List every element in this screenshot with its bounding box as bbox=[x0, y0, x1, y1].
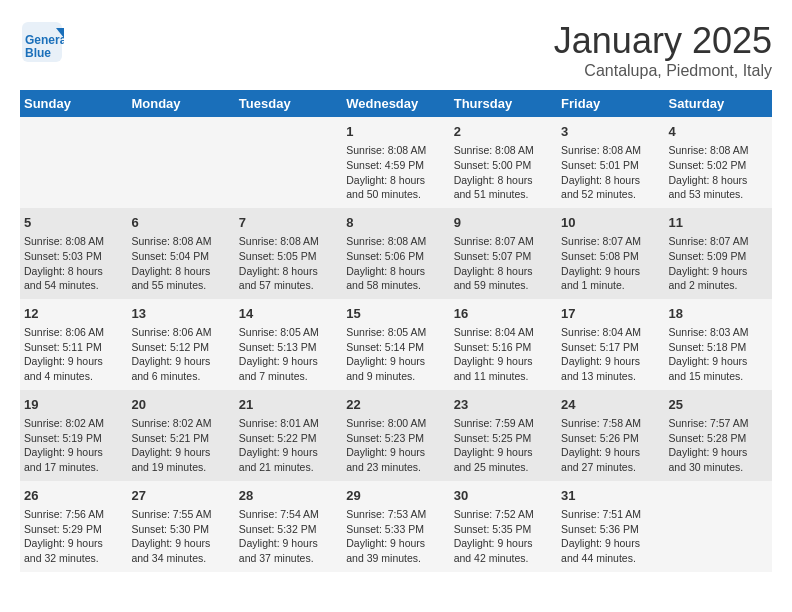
calendar-day-15: 15Sunrise: 8:05 AM Sunset: 5:14 PM Dayli… bbox=[342, 299, 449, 390]
day-info: Sunrise: 8:04 AM Sunset: 5:17 PM Dayligh… bbox=[561, 325, 660, 384]
day-info: Sunrise: 7:58 AM Sunset: 5:26 PM Dayligh… bbox=[561, 416, 660, 475]
calendar-day-empty bbox=[127, 117, 234, 208]
day-info: Sunrise: 7:54 AM Sunset: 5:32 PM Dayligh… bbox=[239, 507, 338, 566]
day-number: 27 bbox=[131, 487, 230, 505]
day-info: Sunrise: 8:07 AM Sunset: 5:08 PM Dayligh… bbox=[561, 234, 660, 293]
weekday-header-thursday: Thursday bbox=[450, 90, 557, 117]
day-number: 4 bbox=[669, 123, 768, 141]
day-number: 26 bbox=[24, 487, 123, 505]
day-number: 15 bbox=[346, 305, 445, 323]
day-info: Sunrise: 7:51 AM Sunset: 5:36 PM Dayligh… bbox=[561, 507, 660, 566]
day-number: 31 bbox=[561, 487, 660, 505]
calendar-week-row: 1Sunrise: 8:08 AM Sunset: 4:59 PM Daylig… bbox=[20, 117, 772, 208]
calendar-day-empty bbox=[235, 117, 342, 208]
day-info: Sunrise: 7:53 AM Sunset: 5:33 PM Dayligh… bbox=[346, 507, 445, 566]
day-number: 2 bbox=[454, 123, 553, 141]
day-info: Sunrise: 8:01 AM Sunset: 5:22 PM Dayligh… bbox=[239, 416, 338, 475]
calendar-day-21: 21Sunrise: 8:01 AM Sunset: 5:22 PM Dayli… bbox=[235, 390, 342, 481]
day-number: 14 bbox=[239, 305, 338, 323]
day-number: 3 bbox=[561, 123, 660, 141]
page-header: General Blue January 2025 Cantalupa, Pie… bbox=[20, 20, 772, 80]
calendar-day-19: 19Sunrise: 8:02 AM Sunset: 5:19 PM Dayli… bbox=[20, 390, 127, 481]
day-info: Sunrise: 8:02 AM Sunset: 5:19 PM Dayligh… bbox=[24, 416, 123, 475]
calendar-day-13: 13Sunrise: 8:06 AM Sunset: 5:12 PM Dayli… bbox=[127, 299, 234, 390]
calendar-day-16: 16Sunrise: 8:04 AM Sunset: 5:16 PM Dayli… bbox=[450, 299, 557, 390]
calendar-title: January 2025 bbox=[554, 20, 772, 62]
day-number: 28 bbox=[239, 487, 338, 505]
day-info: Sunrise: 8:07 AM Sunset: 5:09 PM Dayligh… bbox=[669, 234, 768, 293]
weekday-header-sunday: Sunday bbox=[20, 90, 127, 117]
day-number: 7 bbox=[239, 214, 338, 232]
day-info: Sunrise: 8:02 AM Sunset: 5:21 PM Dayligh… bbox=[131, 416, 230, 475]
calendar-day-6: 6Sunrise: 8:08 AM Sunset: 5:04 PM Daylig… bbox=[127, 208, 234, 299]
calendar-day-31: 31Sunrise: 7:51 AM Sunset: 5:36 PM Dayli… bbox=[557, 481, 664, 572]
calendar-day-26: 26Sunrise: 7:56 AM Sunset: 5:29 PM Dayli… bbox=[20, 481, 127, 572]
calendar-day-2: 2Sunrise: 8:08 AM Sunset: 5:00 PM Daylig… bbox=[450, 117, 557, 208]
day-number: 9 bbox=[454, 214, 553, 232]
calendar-day-3: 3Sunrise: 8:08 AM Sunset: 5:01 PM Daylig… bbox=[557, 117, 664, 208]
day-number: 30 bbox=[454, 487, 553, 505]
day-number: 22 bbox=[346, 396, 445, 414]
day-info: Sunrise: 8:08 AM Sunset: 4:59 PM Dayligh… bbox=[346, 143, 445, 202]
logo-icon: General Blue bbox=[20, 20, 64, 64]
day-info: Sunrise: 8:08 AM Sunset: 5:04 PM Dayligh… bbox=[131, 234, 230, 293]
day-number: 12 bbox=[24, 305, 123, 323]
calendar-day-28: 28Sunrise: 7:54 AM Sunset: 5:32 PM Dayli… bbox=[235, 481, 342, 572]
day-info: Sunrise: 8:03 AM Sunset: 5:18 PM Dayligh… bbox=[669, 325, 768, 384]
day-info: Sunrise: 8:06 AM Sunset: 5:12 PM Dayligh… bbox=[131, 325, 230, 384]
day-number: 17 bbox=[561, 305, 660, 323]
calendar-day-empty bbox=[665, 481, 772, 572]
day-info: Sunrise: 8:08 AM Sunset: 5:01 PM Dayligh… bbox=[561, 143, 660, 202]
day-number: 25 bbox=[669, 396, 768, 414]
calendar-day-30: 30Sunrise: 7:52 AM Sunset: 5:35 PM Dayli… bbox=[450, 481, 557, 572]
calendar-table: SundayMondayTuesdayWednesdayThursdayFrid… bbox=[20, 90, 772, 572]
weekday-header-wednesday: Wednesday bbox=[342, 90, 449, 117]
calendar-day-4: 4Sunrise: 8:08 AM Sunset: 5:02 PM Daylig… bbox=[665, 117, 772, 208]
day-number: 1 bbox=[346, 123, 445, 141]
weekday-header-monday: Monday bbox=[127, 90, 234, 117]
day-number: 21 bbox=[239, 396, 338, 414]
day-number: 18 bbox=[669, 305, 768, 323]
calendar-day-14: 14Sunrise: 8:05 AM Sunset: 5:13 PM Dayli… bbox=[235, 299, 342, 390]
day-info: Sunrise: 7:55 AM Sunset: 5:30 PM Dayligh… bbox=[131, 507, 230, 566]
calendar-day-12: 12Sunrise: 8:06 AM Sunset: 5:11 PM Dayli… bbox=[20, 299, 127, 390]
day-number: 5 bbox=[24, 214, 123, 232]
day-info: Sunrise: 8:08 AM Sunset: 5:03 PM Dayligh… bbox=[24, 234, 123, 293]
day-info: Sunrise: 8:07 AM Sunset: 5:07 PM Dayligh… bbox=[454, 234, 553, 293]
calendar-subtitle: Cantalupa, Piedmont, Italy bbox=[554, 62, 772, 80]
day-info: Sunrise: 7:52 AM Sunset: 5:35 PM Dayligh… bbox=[454, 507, 553, 566]
day-number: 16 bbox=[454, 305, 553, 323]
day-info: Sunrise: 7:57 AM Sunset: 5:28 PM Dayligh… bbox=[669, 416, 768, 475]
title-block: January 2025 Cantalupa, Piedmont, Italy bbox=[554, 20, 772, 80]
day-number: 29 bbox=[346, 487, 445, 505]
calendar-day-20: 20Sunrise: 8:02 AM Sunset: 5:21 PM Dayli… bbox=[127, 390, 234, 481]
day-number: 11 bbox=[669, 214, 768, 232]
day-info: Sunrise: 8:04 AM Sunset: 5:16 PM Dayligh… bbox=[454, 325, 553, 384]
day-info: Sunrise: 8:08 AM Sunset: 5:06 PM Dayligh… bbox=[346, 234, 445, 293]
day-info: Sunrise: 8:08 AM Sunset: 5:05 PM Dayligh… bbox=[239, 234, 338, 293]
svg-text:Blue: Blue bbox=[25, 46, 51, 60]
calendar-week-row: 19Sunrise: 8:02 AM Sunset: 5:19 PM Dayli… bbox=[20, 390, 772, 481]
calendar-day-empty bbox=[20, 117, 127, 208]
day-number: 20 bbox=[131, 396, 230, 414]
day-info: Sunrise: 7:59 AM Sunset: 5:25 PM Dayligh… bbox=[454, 416, 553, 475]
weekday-header-row: SundayMondayTuesdayWednesdayThursdayFrid… bbox=[20, 90, 772, 117]
calendar-day-22: 22Sunrise: 8:00 AM Sunset: 5:23 PM Dayli… bbox=[342, 390, 449, 481]
calendar-day-24: 24Sunrise: 7:58 AM Sunset: 5:26 PM Dayli… bbox=[557, 390, 664, 481]
day-number: 6 bbox=[131, 214, 230, 232]
calendar-day-18: 18Sunrise: 8:03 AM Sunset: 5:18 PM Dayli… bbox=[665, 299, 772, 390]
calendar-day-7: 7Sunrise: 8:08 AM Sunset: 5:05 PM Daylig… bbox=[235, 208, 342, 299]
day-number: 24 bbox=[561, 396, 660, 414]
day-number: 10 bbox=[561, 214, 660, 232]
weekday-header-friday: Friday bbox=[557, 90, 664, 117]
day-info: Sunrise: 8:05 AM Sunset: 5:13 PM Dayligh… bbox=[239, 325, 338, 384]
day-number: 8 bbox=[346, 214, 445, 232]
weekday-header-tuesday: Tuesday bbox=[235, 90, 342, 117]
day-info: Sunrise: 8:05 AM Sunset: 5:14 PM Dayligh… bbox=[346, 325, 445, 384]
calendar-week-row: 5Sunrise: 8:08 AM Sunset: 5:03 PM Daylig… bbox=[20, 208, 772, 299]
day-info: Sunrise: 8:08 AM Sunset: 5:00 PM Dayligh… bbox=[454, 143, 553, 202]
logo: General Blue bbox=[20, 20, 64, 64]
day-info: Sunrise: 8:00 AM Sunset: 5:23 PM Dayligh… bbox=[346, 416, 445, 475]
calendar-day-27: 27Sunrise: 7:55 AM Sunset: 5:30 PM Dayli… bbox=[127, 481, 234, 572]
day-number: 23 bbox=[454, 396, 553, 414]
